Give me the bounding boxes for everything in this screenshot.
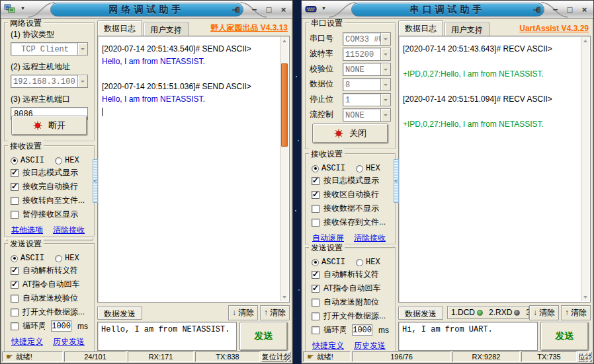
- combo-dropdown-arrow-icon[interactable]: [380, 63, 390, 75]
- quick-define-link[interactable]: 快捷定义: [11, 336, 43, 347]
- checkbox[interactable]: [312, 312, 319, 320]
- checkbox[interactable]: [11, 309, 19, 316]
- scroll-up-arrow-icon[interactable]: [280, 37, 288, 46]
- radio-ascii[interactable]: ASCII: [11, 254, 44, 263]
- send-data-input[interactable]: Hello, I am from NETASSIST.: [97, 322, 237, 351]
- protocol-type-select[interactable]: TCP Client: [11, 42, 88, 55]
- radio-ascii[interactable]: ASCII: [11, 156, 44, 165]
- checkbox-row[interactable]: 打开文件数据源...: [5, 305, 94, 319]
- pin-icon[interactable]: [532, 5, 542, 15]
- tab-data-send[interactable]: 数据发送: [398, 306, 443, 320]
- checkbox-row[interactable]: AT指令自动回车: [5, 277, 94, 291]
- send-button[interactable]: 发送: [239, 322, 288, 351]
- checkbox-row[interactable]: 自动发送校验位: [5, 291, 94, 305]
- quick-define-link[interactable]: 快捷定义: [312, 340, 344, 351]
- log-scrollbar[interactable]: [581, 37, 589, 301]
- send-data-input[interactable]: Hi, I am from UART.: [398, 322, 538, 351]
- checkbox[interactable]: [312, 177, 319, 185]
- cycle-period-checkbox[interactable]: [11, 322, 19, 330]
- radio-circle[interactable]: [55, 157, 62, 164]
- checkbox-row[interactable]: 接收转向至文件...: [5, 194, 94, 207]
- scroll-down-arrow-icon[interactable]: [280, 293, 288, 301]
- title-bar[interactable]: ▼ 网络调试助手 − □ ×: [1, 1, 292, 18]
- checkbox-row[interactable]: 自动解析转义符: [306, 268, 395, 281]
- checkbox[interactable]: [11, 197, 19, 205]
- clear-receive-link[interactable]: 清除接收: [354, 233, 386, 244]
- cycle-period-input[interactable]: 1000: [352, 324, 372, 336]
- checkbox-row[interactable]: 接收数据不显示: [306, 201, 395, 215]
- checkbox[interactable]: [11, 295, 19, 303]
- tab-data-send[interactable]: 数据发送: [97, 306, 142, 320]
- history-send-link[interactable]: 历史发送: [354, 340, 386, 351]
- brand-version-link[interactable]: UartAssist V4.3.29: [519, 24, 591, 33]
- stop-bits-select[interactable]: 1: [343, 93, 391, 106]
- radio-circle[interactable]: [55, 255, 62, 262]
- resize-grip[interactable]: [583, 353, 592, 362]
- checkbox[interactable]: [312, 205, 319, 213]
- flow-control-select[interactable]: NONE: [343, 108, 391, 122]
- checkbox[interactable]: [11, 169, 19, 177]
- radio-ascii[interactable]: ASCII: [312, 258, 345, 267]
- radio-circle[interactable]: [312, 165, 319, 172]
- radio-hex[interactable]: HEX: [356, 258, 380, 267]
- scroll-down-arrow-icon[interactable]: [581, 293, 589, 301]
- checkbox[interactable]: [11, 183, 19, 191]
- brand-version-link[interactable]: 野人家园出品 V4.3.13: [210, 22, 290, 34]
- radio-circle[interactable]: [11, 255, 18, 262]
- resize-grip[interactable]: [282, 353, 291, 362]
- scrollbar-thumb[interactable]: [281, 63, 288, 147]
- baud-rate-select[interactable]: 115200: [343, 48, 391, 61]
- disconnect-button[interactable]: 断开: [11, 116, 87, 135]
- checkbox-row[interactable]: 自动发送附加位: [306, 295, 395, 309]
- radio-circle[interactable]: [312, 259, 319, 266]
- data-log-area[interactable]: [2020-07-14 20:51:43.643]# RECV ASCII>+I…: [398, 36, 591, 303]
- checkbox-row[interactable]: 接收区自动换行: [306, 188, 395, 201]
- tab-data-log[interactable]: 数据日志: [398, 20, 443, 36]
- combo-dropdown-arrow-icon[interactable]: [77, 43, 87, 55]
- checkbox-row[interactable]: 接收保存到文件...: [306, 215, 395, 229]
- radio-circle[interactable]: [356, 259, 363, 266]
- tab-data-log[interactable]: 数据日志: [97, 20, 142, 36]
- checkbox[interactable]: [312, 285, 319, 293]
- checkbox[interactable]: [312, 191, 319, 199]
- radio-circle[interactable]: [356, 165, 363, 172]
- minimize-button[interactable]: −: [250, 5, 259, 14]
- other-options-link[interactable]: 其他选项: [11, 225, 43, 236]
- radio-ascii[interactable]: ASCII: [312, 164, 345, 173]
- combo-dropdown-arrow-icon[interactable]: [380, 33, 390, 45]
- tab-user-support[interactable]: 用户支持: [445, 22, 489, 36]
- window-menu-arrow-icon[interactable]: ▼: [321, 6, 326, 11]
- maximize-button[interactable]: □: [265, 5, 273, 14]
- combo-dropdown-arrow-icon[interactable]: [380, 79, 390, 91]
- radio-hex[interactable]: HEX: [356, 164, 380, 173]
- checkbox[interactable]: [312, 219, 319, 227]
- combo-dropdown-arrow-icon[interactable]: [77, 75, 87, 87]
- data-bits-select[interactable]: 8: [343, 78, 391, 91]
- clear-history-button[interactable]: 清除: [561, 305, 591, 320]
- close-button[interactable]: ×: [279, 5, 288, 14]
- clear-receive-link[interactable]: 清除接收: [53, 225, 85, 236]
- scroll-up-arrow-icon[interactable]: [581, 37, 589, 46]
- checkbox-row[interactable]: 自动解析转义符: [5, 264, 94, 277]
- clear-history-button[interactable]: 清除: [260, 305, 290, 320]
- checkbox-row[interactable]: 接收完自动换行: [5, 180, 94, 194]
- close-button[interactable]: ×: [580, 5, 589, 14]
- close-port-button[interactable]: 关闭: [312, 124, 388, 143]
- combo-dropdown-arrow-icon[interactable]: [380, 109, 390, 121]
- clear-send-button[interactable]: 清除: [228, 305, 258, 320]
- checkbox-row[interactable]: AT指令自动回车: [306, 281, 395, 295]
- checkbox-row[interactable]: 打开文件数据源...: [306, 309, 395, 323]
- serial-port-select[interactable]: COM33 #US: [343, 32, 391, 46]
- combo-dropdown-arrow-icon[interactable]: [380, 48, 390, 60]
- remote-host-select[interactable]: 192.168.3.100: [11, 75, 88, 88]
- pin-icon[interactable]: [232, 5, 241, 15]
- network-icon[interactable]: [4, 4, 15, 14]
- checkbox-row[interactable]: 按日志模式显示: [5, 166, 94, 180]
- send-button[interactable]: 发送: [540, 322, 589, 351]
- checkbox[interactable]: [312, 299, 319, 307]
- checkbox[interactable]: [11, 267, 19, 275]
- window-menu-arrow-icon[interactable]: ▼: [21, 6, 25, 11]
- history-send-link[interactable]: 历史发送: [53, 336, 85, 347]
- radio-hex[interactable]: HEX: [55, 254, 79, 263]
- clear-send-button[interactable]: 清除: [529, 305, 559, 320]
